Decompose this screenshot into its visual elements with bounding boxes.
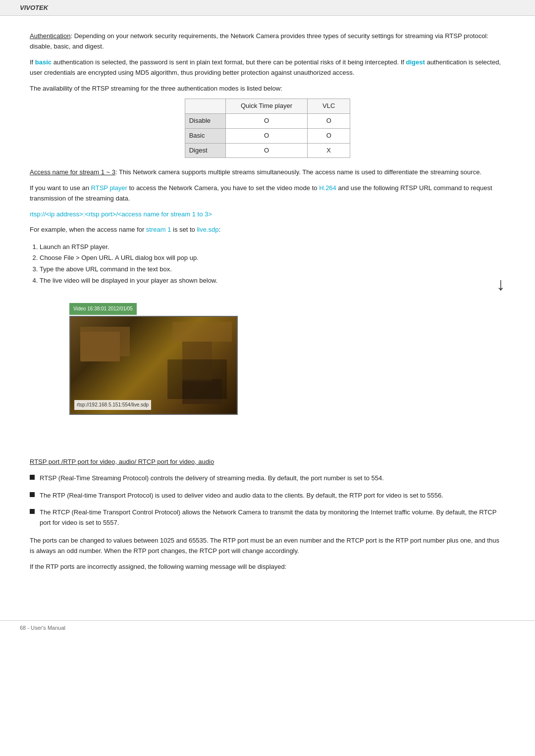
- table-col0: [185, 99, 225, 114]
- video-decor-3: [182, 342, 212, 381]
- rtsp-port-section: RTSP port /RTP port for video, audio/ RT…: [30, 457, 505, 572]
- rtsp-para2: If the RTP ports are incorrectly assigne…: [30, 561, 505, 572]
- bullet-text-rtcp: The RTCP (Real-time Transport Control Pr…: [40, 507, 505, 528]
- auth-basic-word: basic: [35, 58, 52, 66]
- table-row-basic: Basic O O: [185, 128, 350, 143]
- video-player-area: Video 16:38:01 2012/01/05 rtsp://192.168…: [69, 303, 238, 415]
- video-decor-1: [80, 327, 130, 356]
- auth-intro: : Depending on your network security req…: [30, 32, 488, 50]
- table-cell-digest-qt: O: [226, 143, 308, 158]
- table-cell-basic-qt: O: [226, 128, 308, 143]
- access-section: Access name for stream 1 ~ 3: This Netwo…: [30, 167, 505, 418]
- bullet-text-rtp: The RTP (Real-time Transport Protocol) i…: [40, 491, 505, 501]
- brand-name: VIVOTEK: [20, 4, 48, 11]
- rtsp-middle: to access the Network Camera, you have t…: [127, 184, 319, 192]
- rtsp-heading: RTSP port /RTP port for video, audio/ RT…: [30, 457, 505, 467]
- footer-text: 68 - User's Manual: [20, 625, 65, 631]
- header: VIVOTEK: [0, 0, 535, 16]
- rtsp-para1: The ports can be changed to values betwe…: [30, 535, 505, 556]
- live-sdp-link: live.sdp: [197, 226, 218, 233]
- video-url-bar: rtsp://192.168.5.151:554/live.sdp: [74, 400, 151, 410]
- steps-list: Launch an RTSP player. Choose File > Ope…: [30, 240, 477, 287]
- auth-section: Authentication: Depending on your networ…: [30, 31, 505, 158]
- url-example: rtsp://<ip address>:<rtsp port>/<access …: [30, 209, 505, 219]
- access-title: Access name for stream 1 ~ 3: [30, 168, 115, 176]
- table-cell-digest-vlc: X: [308, 143, 350, 158]
- step-2: Choose File > Open URL. A URL dialog box…: [40, 253, 477, 263]
- access-rtsp-line: If you want to use an RTSP player to acc…: [30, 183, 505, 204]
- bullet-item-rtsp: RTSP (Real-Time Streaming Protocol) cont…: [30, 473, 505, 484]
- access-para1: Access name for stream 1 ~ 3: This Netwo…: [30, 167, 505, 177]
- auth-table: Quick Time player VLC Disable O O Basic …: [185, 99, 351, 158]
- table-cell-basic-vlc: O: [308, 128, 350, 143]
- auth-para1: Authentication: Depending on your networ…: [30, 31, 505, 52]
- table-cell-digest-label: Digest: [185, 143, 225, 158]
- table-cell-basic-label: Basic: [185, 128, 225, 143]
- example-prefix: For example, when the access name for: [30, 226, 146, 233]
- bullet-icon-2: [30, 492, 35, 497]
- table-cell-disable-vlc: O: [308, 113, 350, 128]
- video-thumbnail: rtsp://192.168.5.151:554/live.sdp: [69, 316, 238, 415]
- bullet-item-rtp: The RTP (Real-time Transport Protocol) i…: [30, 491, 505, 501]
- steps-video-wrapper: Launch an RTSP player. Choose File > Ope…: [30, 240, 505, 299]
- auth-avail-line: The availability of the RTSP streaming f…: [30, 83, 505, 94]
- table-row-disable: Disable O O: [185, 113, 350, 128]
- auth-title: Authentication: [30, 32, 70, 40]
- table-col2: VLC: [308, 99, 350, 114]
- footer: 68 - User's Manual: [0, 620, 535, 635]
- step-3: Type the above URL command in the text b…: [40, 264, 477, 275]
- bullet-item-rtcp: The RTCP (Real-time Transport Control Pr…: [30, 507, 505, 528]
- stream1-link: stream 1: [146, 226, 171, 233]
- example-line: For example, when the access name for st…: [30, 224, 505, 235]
- table-col1: Quick Time player: [226, 99, 308, 114]
- spacer: [30, 427, 505, 457]
- auth-basic-prefix: If: [30, 58, 35, 66]
- bullet-text-rtsp: RTSP (Real-Time Streaming Protocol) cont…: [40, 473, 505, 484]
- video-decor-4: [172, 322, 232, 342]
- h264-link: H.264: [319, 184, 336, 192]
- bullet-icon-3: [30, 509, 35, 514]
- auth-table-container: Quick Time player VLC Disable O O Basic …: [30, 99, 505, 158]
- rtsp-player-link: RTSP player: [91, 184, 127, 192]
- video-decor-2: [182, 379, 222, 404]
- auth-basic-middle: authentication is selected, the password…: [52, 58, 406, 66]
- down-arrow-icon: ↓: [496, 270, 505, 299]
- table-cell-disable-qt: O: [226, 113, 308, 128]
- bullet-icon-1: [30, 475, 35, 480]
- step-4: The live video will be displayed in your…: [40, 276, 477, 286]
- bullet-list: RTSP (Real-Time Streaming Protocol) cont…: [30, 473, 505, 528]
- table-row-digest: Digest O X: [185, 143, 350, 158]
- video-timestamp: Video 16:38:01 2012/01/05: [69, 303, 137, 315]
- main-content: Authentication: Depending on your networ…: [0, 16, 535, 601]
- access-intro: : This Network camera supports multiple …: [115, 168, 482, 176]
- example-suffix: :: [219, 226, 221, 233]
- step-1: Launch an RTSP player.: [40, 242, 477, 252]
- steps-ordered-list: Launch an RTSP player. Choose File > Ope…: [40, 242, 477, 286]
- example-middle: is set to: [171, 226, 197, 233]
- page-wrapper: VIVOTEK Authentication: Depending on you…: [0, 0, 535, 635]
- auth-para2: If basic authentication is selected, the…: [30, 57, 505, 78]
- auth-digest-word: digest: [406, 58, 425, 66]
- table-cell-disable-label: Disable: [185, 113, 225, 128]
- arrow-container: ↓: [496, 270, 505, 299]
- rtsp-prefix: If you want to use an: [30, 184, 91, 192]
